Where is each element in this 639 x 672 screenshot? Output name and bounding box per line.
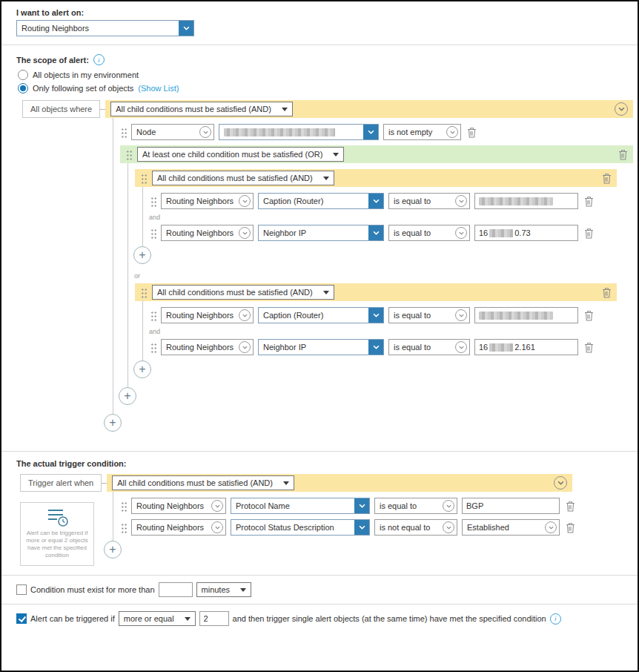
connector-line	[100, 109, 105, 110]
and-joiner: and	[148, 214, 167, 221]
add-condition-button[interactable]: +	[133, 360, 151, 378]
field-select[interactable]: Neighbor IP	[258, 225, 384, 241]
drag-handle-icon[interactable]	[150, 310, 156, 321]
trash-icon[interactable]	[566, 522, 575, 533]
chevron-down-icon	[179, 21, 193, 36]
condition-exist-label: Condition must exist for more than	[30, 585, 155, 594]
operator-select[interactable]: is not empty	[383, 124, 461, 140]
chevron-down-icon	[333, 153, 339, 159]
show-list-link[interactable]: (Show List)	[138, 84, 179, 93]
value-select[interactable]: Established	[462, 519, 560, 536]
operator-select[interactable]: is not equal to	[374, 519, 457, 536]
chevron-down-icon	[545, 521, 557, 533]
alert-config-panel: I want to alert on: Routing Neighbors Th…	[0, 0, 639, 672]
trash-icon[interactable]	[584, 310, 594, 321]
condition-row: Routing Neighbors Caption (Router) is eq…	[150, 193, 633, 209]
add-condition-button[interactable]: +	[119, 387, 136, 405]
field-select[interactable]: Protocol Status Description	[231, 519, 370, 536]
trigger-info-text: Alert can be triggered if more or equal …	[24, 530, 90, 559]
value-input[interactable]	[462, 498, 560, 514]
chevron-down-icon	[368, 194, 383, 208]
comparison-select[interactable]: more or equal	[119, 611, 196, 626]
drag-handle-icon[interactable]	[150, 228, 156, 239]
drag-handle-icon[interactable]	[140, 287, 147, 298]
chevron-down-icon	[240, 588, 246, 595]
info-icon[interactable]: i	[93, 54, 105, 65]
trigger-root-condition-select[interactable]: All child conditions must be satisfied (…	[112, 475, 294, 490]
redacted-value	[224, 128, 335, 136]
field-select[interactable]: Protocol Name	[231, 498, 370, 514]
minutes-unit-select[interactable]: minutes	[196, 582, 252, 597]
object-select[interactable]: Routing Neighbors	[161, 225, 254, 241]
drag-handle-icon[interactable]	[150, 196, 156, 207]
and-condition-select[interactable]: All child conditions must be satisfied (…	[152, 171, 334, 185]
trash-icon[interactable]	[602, 287, 612, 298]
trash-icon[interactable]	[584, 196, 594, 207]
condition-exist-checkbox[interactable]	[16, 584, 27, 595]
trigger-info-box: Alert can be triggered if more or equal …	[20, 502, 94, 566]
chevron-down-icon	[199, 126, 211, 138]
drag-handle-icon[interactable]	[120, 522, 127, 533]
drag-handle-icon[interactable]	[150, 342, 156, 353]
operator-select[interactable]: is equal to	[388, 339, 470, 355]
trigger-condition-icon	[44, 507, 70, 527]
field-select[interactable]: Node	[131, 124, 214, 140]
drag-handle-icon[interactable]	[120, 127, 127, 138]
trash-icon[interactable]	[467, 127, 477, 138]
drag-handle-icon[interactable]	[140, 173, 147, 184]
info-icon[interactable]: i	[550, 613, 561, 625]
trash-icon[interactable]	[602, 173, 612, 184]
add-condition-button[interactable]: +	[104, 541, 122, 559]
value-input[interactable]: 160.73	[474, 225, 578, 241]
minutes-input[interactable]	[159, 582, 193, 597]
chevron-down-icon	[443, 500, 454, 512]
divider	[1, 604, 638, 605]
radio-all-objects[interactable]	[18, 70, 28, 80]
field-select[interactable]: Caption (Router)	[258, 307, 384, 323]
chevron-down-icon	[446, 126, 458, 138]
operator-select[interactable]: is equal to	[388, 225, 470, 241]
operator-select[interactable]: is equal to	[388, 307, 470, 323]
alert-on-select[interactable]: Routing Neighbors	[16, 20, 194, 36]
chevron-down-icon	[443, 521, 454, 533]
trash-icon[interactable]	[584, 228, 594, 239]
trash-icon[interactable]	[566, 501, 575, 512]
node-value-select[interactable]	[219, 124, 379, 140]
and-condition-select[interactable]: All child conditions must be satisfied (…	[152, 285, 334, 300]
add-condition-button[interactable]: +	[104, 414, 122, 432]
scope-root-children: Node is not empty At least	[113, 118, 633, 432]
or-group-children: All child conditions must be satisfied (…	[128, 163, 633, 405]
drag-handle-icon[interactable]	[125, 149, 132, 160]
trigger-count-suffix: and then trigger single alert objects (a…	[233, 614, 546, 623]
value-input[interactable]	[474, 193, 578, 209]
trash-icon[interactable]	[584, 342, 594, 353]
operator-select[interactable]: is equal to	[388, 193, 470, 209]
collapse-chevron-icon[interactable]	[554, 476, 567, 490]
trigger-title: The actual trigger condition:	[1, 452, 638, 474]
object-select[interactable]: Routing Neighbors	[161, 193, 254, 209]
or-condition-select[interactable]: At least one child condition must be sat…	[137, 147, 344, 162]
drag-handle-icon[interactable]	[120, 501, 127, 512]
field-select[interactable]: Neighbor IP	[258, 339, 384, 355]
chevron-down-icon	[323, 291, 329, 297]
condition-row: Node is not empty	[120, 124, 633, 140]
trash-icon[interactable]	[618, 149, 628, 160]
object-select[interactable]: Routing Neighbors	[131, 519, 226, 536]
collapse-chevron-icon[interactable]	[615, 102, 628, 116]
value-input[interactable]: 162.161	[474, 339, 578, 355]
object-select[interactable]: Routing Neighbors	[161, 307, 254, 323]
field-select[interactable]: Caption (Router)	[258, 193, 384, 209]
add-condition-button[interactable]: +	[133, 246, 151, 264]
and-group-children: Routing Neighbors Caption (Router) is eq…	[142, 301, 633, 378]
count-input[interactable]	[199, 611, 229, 626]
operator-select[interactable]: is equal to	[374, 498, 457, 514]
scope-root-condition-select[interactable]: All child conditions must be satisfied (…	[110, 102, 293, 116]
object-select[interactable]: Routing Neighbors	[131, 498, 226, 514]
and-group: All child conditions must be satisfied (…	[135, 169, 633, 264]
connector-line	[102, 483, 107, 484]
chevron-down-icon	[455, 227, 467, 239]
trigger-count-checkbox[interactable]	[16, 613, 27, 624]
value-input[interactable]	[474, 307, 578, 323]
radio-subset-objects[interactable]	[18, 83, 28, 93]
object-select[interactable]: Routing Neighbors	[161, 339, 254, 355]
